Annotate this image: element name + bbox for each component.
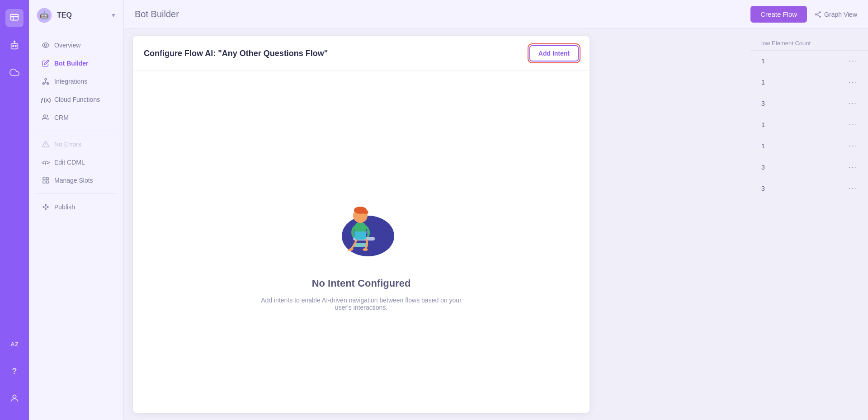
- row-count-1: 1: [761, 57, 765, 65]
- svg-point-11: [44, 44, 47, 46]
- cloud-functions-label: Cloud Functions: [54, 96, 100, 103]
- empty-state: No Intent Configured Add intents to enab…: [133, 71, 590, 413]
- configure-panel-title: Configure Flow AI: "Any Other Questions …: [144, 49, 328, 58]
- publish-label: Publish: [54, 203, 75, 211]
- row-count-7: 3: [761, 185, 765, 192]
- edit-cdml-icon: </>: [42, 158, 50, 166]
- no-intent-illustration: [316, 173, 406, 263]
- configure-flow-panel: Configure Flow AI: "Any Other Questions …: [133, 36, 590, 413]
- sidebar-divider-2: [36, 193, 116, 194]
- cloud-nav-icon[interactable]: [5, 63, 24, 81]
- table-row: 3 ···: [750, 157, 868, 178]
- svg-point-35: [819, 16, 821, 17]
- svg-point-28: [45, 208, 47, 210]
- sidebar-item-crm[interactable]: CRM: [33, 109, 120, 126]
- bot-builder-icon: [42, 59, 50, 67]
- main-area: Bot Builder Create Flow Graph View Confi…: [124, 0, 868, 420]
- topbar: Bot Builder Create Flow Graph View: [124, 0, 868, 29]
- row-menu-6[interactable]: ···: [849, 163, 857, 171]
- svg-point-5: [15, 45, 16, 47]
- svg-text:🤖: 🤖: [40, 10, 49, 20]
- row-menu-2[interactable]: ···: [849, 78, 857, 86]
- svg-rect-0: [11, 14, 19, 20]
- row-menu-3[interactable]: ···: [849, 99, 857, 108]
- row-count-4: 1: [761, 121, 765, 128]
- graph-view-button[interactable]: Graph View: [814, 11, 857, 18]
- integrations-icon: [42, 77, 50, 85]
- table-column-header: low Element Count: [761, 40, 811, 47]
- brand-name: TEQ: [57, 11, 72, 19]
- sidebar-item-publish[interactable]: Publish: [33, 198, 120, 216]
- svg-rect-21: [43, 178, 45, 180]
- overview-icon: [42, 41, 50, 49]
- svg-point-49: [363, 248, 368, 251]
- integrations-label: Integrations: [54, 78, 87, 85]
- help-nav-icon[interactable]: ?: [5, 362, 24, 380]
- row-menu-1[interactable]: ···: [849, 57, 857, 65]
- row-count-6: 3: [761, 164, 765, 171]
- overview-label: Overview: [54, 42, 80, 49]
- bot-nav-icon[interactable]: [5, 36, 24, 54]
- publish-icon: [42, 203, 50, 211]
- no-errors-label: No Errors: [54, 141, 81, 148]
- row-count-5: 1: [761, 142, 765, 150]
- bot-builder-label: Bot Builder: [54, 60, 88, 67]
- table-row: 3 ···: [750, 178, 868, 199]
- crm-icon: [42, 113, 50, 122]
- sidebar: 🤖 TEQ ▼ Overview Bot Builder Integration…: [29, 0, 124, 420]
- svg-point-34: [819, 12, 821, 13]
- table-row: 1 ···: [750, 51, 868, 72]
- row-count-2: 1: [761, 79, 765, 86]
- cloud-functions-icon: ƒ(x): [42, 95, 50, 104]
- sidebar-item-bot-builder[interactable]: Bot Builder: [33, 55, 120, 72]
- create-flow-button[interactable]: Create Flow: [750, 6, 807, 23]
- sidebar-item-cloud-functions[interactable]: ƒ(x) Cloud Functions: [33, 91, 120, 108]
- messages-icon[interactable]: [5, 9, 24, 27]
- graph-view-label: Graph View: [824, 11, 857, 18]
- sidebar-divider-1: [36, 131, 116, 131]
- sidebar-chevron-icon[interactable]: ▼: [111, 12, 116, 19]
- svg-rect-24: [46, 181, 48, 183]
- table-header: low Element Count: [750, 36, 868, 51]
- sidebar-item-integrations[interactable]: Integrations: [33, 73, 120, 90]
- table-row: 1 ···: [750, 72, 868, 93]
- sidebar-header: 🤖 TEQ ▼: [29, 0, 123, 31]
- svg-rect-23: [43, 181, 45, 183]
- svg-point-25: [43, 207, 44, 208]
- svg-rect-3: [11, 43, 18, 49]
- empty-state-subtitle: Add intents to enable AI-driven navigati…: [253, 297, 470, 311]
- sidebar-item-overview[interactable]: Overview: [33, 37, 120, 54]
- row-count-3: 3: [761, 100, 765, 107]
- row-menu-7[interactable]: ···: [849, 184, 857, 193]
- svg-point-12: [45, 78, 47, 80]
- no-errors-icon: [42, 140, 50, 148]
- svg-point-18: [43, 115, 46, 117]
- sidebar-navigation: Overview Bot Builder Integrations ƒ(x) C…: [29, 31, 123, 221]
- configure-panel-header: Configure Flow AI: "Any Other Questions …: [133, 36, 590, 71]
- row-menu-5[interactable]: ···: [849, 142, 857, 150]
- table-row: 3 ···: [750, 93, 868, 114]
- manage-slots-label: Manage Slots: [54, 177, 93, 184]
- edit-cdml-label: Edit CDML: [54, 159, 85, 166]
- sidebar-item-edit-cdml[interactable]: </> Edit CDML: [33, 154, 120, 171]
- svg-point-4: [13, 45, 14, 47]
- icon-bar: AZ ?: [0, 0, 29, 420]
- svg-point-27: [47, 207, 48, 208]
- sidebar-item-manage-slots[interactable]: Manage Slots: [33, 172, 120, 189]
- crm-label: CRM: [54, 114, 69, 121]
- svg-line-37: [816, 14, 820, 16]
- right-panel: low Element Count 1 ··· 1 ··· 3 ··· 1 ··…: [750, 29, 868, 420]
- add-intent-button[interactable]: Add Intent: [529, 45, 579, 61]
- brand-logo: 🤖: [36, 7, 52, 24]
- svg-point-8: [13, 395, 16, 398]
- language-switch-icon[interactable]: AZ: [5, 335, 24, 353]
- empty-state-title: No Intent Configured: [312, 278, 411, 289]
- row-menu-4[interactable]: ···: [849, 121, 857, 129]
- svg-rect-22: [46, 178, 48, 180]
- table-row: 1 ···: [750, 136, 868, 157]
- table-row: 1 ···: [750, 114, 868, 136]
- manage-slots-icon: [42, 176, 50, 184]
- user-nav-icon[interactable]: [5, 389, 24, 407]
- svg-point-33: [815, 14, 816, 15]
- sidebar-item-no-errors: No Errors: [33, 136, 120, 153]
